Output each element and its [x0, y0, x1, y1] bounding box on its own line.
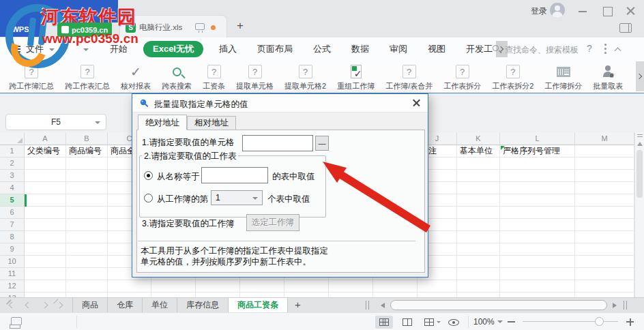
menu-tab[interactable]: 视图: [418, 38, 456, 60]
sheet-index-select[interactable]: 1: [211, 190, 263, 205]
hamburger-icon[interactable]: [11, 46, 20, 52]
menu-file[interactable]: 文件: [26, 42, 44, 56]
zoom-slider-knob[interactable]: [595, 317, 604, 326]
wps-home-button[interactable]: [0, 0, 118, 22]
toolbar-button[interactable]: ?跨工作簿汇总: [5, 60, 57, 93]
vertical-scrollbar[interactable]: [634, 132, 644, 297]
column-header-L[interactable]: L: [500, 132, 575, 145]
row-header-2[interactable]: 2: [0, 158, 25, 170]
row-header-11[interactable]: 11: [0, 268, 25, 280]
row-header-8[interactable]: 8: [0, 231, 25, 243]
help-icon[interactable]: ?: [587, 43, 592, 54]
first-sheet-icon[interactable]: [9, 302, 16, 309]
row-header-10[interactable]: 10: [0, 256, 25, 268]
close-button[interactable]: [623, 4, 638, 18]
search-input[interactable]: 查找命令、搜索模板: [505, 44, 579, 56]
add-sheet-button[interactable]: +: [288, 298, 308, 312]
by-index-radio[interactable]: [144, 194, 153, 202]
toolbar-button[interactable]: ✓核对报表: [117, 60, 154, 93]
quick-access-caret-icon[interactable]: [83, 48, 89, 51]
zoom-level[interactable]: 100%: [473, 317, 495, 327]
menu-tab[interactable]: 审阅: [379, 38, 418, 60]
sheet-tab-仓库[interactable]: 仓库: [108, 298, 143, 312]
prev-sheet-icon[interactable]: [25, 302, 32, 309]
reading-view-icon[interactable]: [445, 316, 463, 329]
toolbar-button[interactable]: 批量取表: [589, 60, 626, 93]
sheet-name-input[interactable]: [201, 167, 268, 183]
sidebar-toggle-icon[interactable]: [619, 23, 632, 33]
minimize-button[interactable]: [575, 4, 590, 18]
toolbar-button[interactable]: ?工资条: [199, 60, 229, 93]
sheet-tab-单位[interactable]: 单位: [143, 298, 177, 312]
menu-tab-addin[interactable]: Excel无忧: [143, 41, 203, 57]
dialog-tab-绝对地址[interactable]: 绝对地址: [138, 115, 187, 130]
column-header-K[interactable]: K: [457, 132, 500, 145]
document-tab[interactable]: S 电脑行业.xls: [119, 15, 227, 38]
row-header-13[interactable]: 13: [0, 292, 25, 297]
menu-tab[interactable]: 插入: [209, 38, 247, 60]
tab-splitter-handle[interactable]: [366, 301, 369, 310]
scroll-left-icon[interactable]: [381, 303, 385, 308]
menu-tab[interactable]: 公式: [303, 38, 341, 60]
row-header-3[interactable]: 3: [0, 170, 25, 182]
column-header-A[interactable]: A: [25, 132, 66, 145]
page-break-view-icon[interactable]: [398, 316, 416, 329]
maximize-button[interactable]: [600, 4, 615, 18]
row-header-1[interactable]: 1: [0, 145, 25, 158]
next-sheet-icon[interactable]: [42, 302, 48, 309]
more-options-icon[interactable]: [604, 44, 606, 46]
dialog-titlebar[interactable]: 批量提取指定单元格的值: [132, 94, 428, 112]
new-tab-button[interactable]: +: [233, 18, 247, 33]
workspace-icon[interactable]: [11, 317, 22, 325]
zoom-in-button[interactable]: [626, 321, 634, 322]
toolbar-button[interactable]: ?工作表拆分: [440, 60, 484, 93]
toolbar-button[interactable]: 工作簿拆分: [541, 60, 585, 93]
login-link[interactable]: 登录: [531, 5, 547, 17]
dialog-tab-相对地址[interactable]: 相对地址: [187, 116, 236, 130]
range-picker-button[interactable]: —: [315, 136, 329, 151]
wps-logo[interactable]: WPS: [0, 22, 41, 37]
row-header-9[interactable]: 9: [0, 243, 25, 256]
search-icon[interactable]: [493, 45, 499, 51]
dialog-close-icon[interactable]: [409, 96, 424, 110]
toolbar-button[interactable]: ?提取单元格2: [281, 60, 330, 93]
row-header-4[interactable]: 4: [0, 182, 25, 194]
sheet-tab-商品工资条[interactable]: 商品工资条: [229, 298, 288, 312]
toolbar-button[interactable]: ✓重组工作簿: [334, 60, 378, 93]
by-name-radio[interactable]: [144, 171, 153, 180]
menu-tab[interactable]: 页面布局: [247, 38, 303, 60]
file-caret-icon[interactable]: [49, 48, 55, 51]
row-header-12[interactable]: 12: [0, 280, 25, 292]
column-header-B[interactable]: B: [66, 132, 108, 145]
vertical-scroll-thumb[interactable]: [636, 150, 643, 198]
cell-address-input[interactable]: [242, 135, 313, 151]
cell-L1[interactable]: 严格序列号管理: [500, 145, 616, 158]
toolbar-button[interactable]: ?工作表拆分2: [488, 60, 537, 93]
split-handle-icon[interactable]: [637, 134, 643, 137]
row-header-5[interactable]: 5: [0, 194, 25, 207]
last-sheet-icon[interactable]: [57, 302, 63, 309]
page-layout-view-icon[interactable]: [420, 316, 438, 329]
name-box-caret-icon[interactable]: [95, 121, 100, 124]
sheet-tab-库存信息[interactable]: 库存信息: [177, 298, 229, 312]
horizontal-scroll-thumb[interactable]: [390, 300, 607, 310]
quick-access-overflow-icon[interactable]: »: [63, 42, 68, 52]
avatar[interactable]: [550, 3, 565, 18]
name-box[interactable]: F5: [5, 114, 106, 130]
menu-tab[interactable]: 数据: [341, 38, 379, 60]
scroll-right-icon[interactable]: [613, 303, 617, 308]
zoom-out-button[interactable]: [508, 321, 515, 322]
zoom-caret-icon[interactable]: [497, 320, 503, 323]
toolbar-button[interactable]: ?工作簿/表合并: [382, 60, 436, 93]
normal-view-icon[interactable]: [375, 316, 393, 329]
toolbar-button[interactable]: ?跨工作表汇总: [61, 60, 113, 93]
toolbar-button[interactable]: 跨表搜索: [158, 60, 195, 93]
row-header-6[interactable]: 6: [0, 207, 25, 219]
sheet-tab-商品[interactable]: 商品: [72, 298, 108, 312]
select-all-corner[interactable]: [0, 132, 25, 145]
scrollbar-splitter-handle[interactable]: [624, 301, 627, 310]
toolbar-overflow-button[interactable]: [636, 61, 644, 91]
select-workbook-button[interactable]: 选定工作簿: [246, 214, 299, 231]
scroll-up-icon[interactable]: [637, 142, 643, 146]
row-header-7[interactable]: 7: [0, 219, 25, 231]
